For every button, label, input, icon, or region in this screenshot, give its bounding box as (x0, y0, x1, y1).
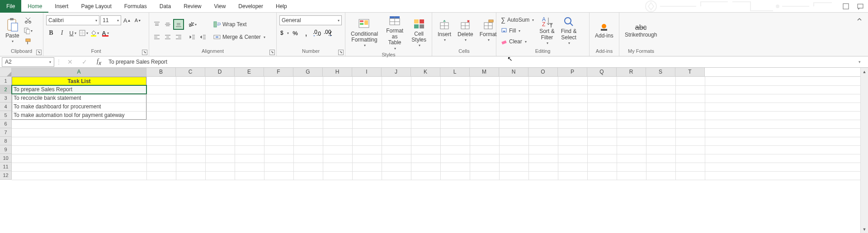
font-color-button[interactable]: A▾ (100, 28, 110, 38)
column-header-F[interactable]: F (264, 68, 293, 76)
font-name-selector[interactable]: Calibri▾ (46, 15, 99, 25)
column-header-A[interactable]: A (12, 68, 146, 76)
cancel-formula-button[interactable]: ✕ (65, 57, 75, 67)
column-header-K[interactable]: K (411, 68, 440, 76)
row-header-12[interactable]: 12 (0, 171, 12, 180)
alignment-dialog-launcher[interactable]: ⬊ (269, 50, 275, 55)
strikethrough-button[interactable]: abcStrikethrough (622, 23, 660, 39)
number-dialog-launcher[interactable]: ⬊ (338, 50, 344, 55)
scroll-up-button[interactable]: ▲ (861, 68, 868, 75)
fill-color-button[interactable]: ▾ (90, 28, 99, 38)
row-header-6[interactable]: 6 (0, 120, 12, 128)
column-header-L[interactable]: L (440, 68, 470, 76)
align-center-button[interactable] (163, 32, 173, 42)
insert-function-button[interactable]: fx (94, 57, 104, 67)
percent-format-button[interactable]: % (290, 28, 300, 38)
column-header-N[interactable]: N (499, 68, 528, 76)
column-header-D[interactable]: D (205, 68, 235, 76)
align-bottom-button[interactable] (174, 19, 184, 29)
align-right-button[interactable] (174, 32, 184, 42)
tab-file[interactable]: File (0, 0, 21, 13)
format-painter-button[interactable] (23, 37, 33, 47)
underline-button[interactable]: U▾ (68, 28, 78, 38)
column-header-J[interactable]: J (382, 68, 411, 76)
comma-format-button[interactable]: , (301, 28, 311, 38)
increase-font-button[interactable]: A▲ (122, 15, 132, 25)
formula-input[interactable]: To prepare Sales Report (108, 59, 850, 65)
row-header-1[interactable]: 1 (0, 77, 12, 85)
clear-button[interactable]: Clear▾ (499, 37, 536, 47)
cell-A4[interactable]: To make dashboard for procurement (12, 103, 146, 111)
addins-button[interactable]: Add-ins (592, 21, 616, 40)
row-header-11[interactable]: 11 (0, 163, 12, 171)
tab-data[interactable]: Data (153, 0, 177, 13)
align-middle-button[interactable] (163, 19, 173, 29)
number-format-selector[interactable]: General▾ (279, 15, 342, 25)
accounting-format-button[interactable]: $▾ (279, 28, 289, 38)
column-header-O[interactable]: O (528, 68, 558, 76)
row-header-5[interactable]: 5 (0, 111, 12, 120)
tab-insert[interactable]: Insert (48, 0, 75, 13)
column-header-M[interactable]: M (470, 68, 499, 76)
column-header-S[interactable]: S (646, 68, 675, 76)
decrease-decimal-button[interactable]: .00.0 (323, 28, 333, 38)
conditional-formatting-button[interactable]: Conditional Formatting▾ (348, 17, 381, 49)
decrease-indent-button[interactable] (187, 32, 197, 42)
cell-A5[interactable]: To make automation tool for payment gate… (12, 111, 146, 120)
increase-decimal-button[interactable]: .0.00 (312, 28, 322, 38)
column-header-G[interactable]: G (293, 68, 323, 76)
clipboard-dialog-launcher[interactable]: ⬊ (36, 50, 42, 55)
tab-page-layout[interactable]: Page Layout (75, 0, 118, 13)
decrease-font-button[interactable]: A▼ (133, 15, 143, 25)
row-header-7[interactable]: 7 (0, 128, 12, 137)
column-header-Q[interactable]: Q (587, 68, 617, 76)
column-header-C[interactable]: C (176, 68, 205, 76)
align-left-button[interactable] (152, 32, 162, 42)
align-top-button[interactable] (152, 19, 162, 29)
tab-developer[interactable]: Developer (232, 0, 269, 13)
autosum-button[interactable]: ∑AutoSum▾ (499, 15, 536, 25)
cell-A2[interactable]: To prepare Sales Report (12, 85, 146, 94)
column-header-B[interactable]: B (146, 68, 176, 76)
column-header-T[interactable]: T (675, 68, 705, 76)
tab-view[interactable]: View (208, 0, 232, 13)
cell-A3[interactable]: To reconcile bank statement (12, 94, 146, 103)
cut-button[interactable] (23, 15, 33, 25)
column-header-P[interactable]: P (558, 68, 587, 76)
paste-button[interactable]: Paste ▾ (3, 17, 22, 45)
name-box[interactable]: A2▾ (2, 57, 54, 67)
row-header-10[interactable]: 10 (0, 154, 12, 163)
ribbon-display-icon[interactable] (841, 1, 851, 11)
column-header-R[interactable]: R (617, 68, 646, 76)
enter-formula-button[interactable]: ✓ (80, 57, 90, 67)
tab-home[interactable]: Home (21, 0, 48, 13)
italic-button[interactable]: I (57, 28, 67, 38)
tab-formulas[interactable]: Formulas (118, 0, 153, 13)
tab-review[interactable]: Review (177, 0, 208, 13)
select-all-corner[interactable] (0, 68, 12, 76)
increase-indent-button[interactable] (198, 32, 208, 42)
row-header-8[interactable]: 8 (0, 137, 12, 145)
column-header-E[interactable]: E (235, 68, 264, 76)
insert-cells-button[interactable]: Insert▾ (435, 18, 454, 43)
column-header-H[interactable]: H (323, 68, 352, 76)
orientation-button[interactable]: ab▾ (187, 19, 197, 29)
font-size-selector[interactable]: 11▾ (100, 15, 121, 25)
row-header-2[interactable]: 2 (0, 85, 12, 94)
bold-button[interactable]: B (46, 28, 56, 38)
merge-center-button[interactable]: Merge & Center▾ (212, 32, 267, 42)
tab-help[interactable]: Help (269, 0, 293, 13)
vertical-scrollbar[interactable]: ▲ ▼ (860, 68, 868, 233)
wrap-text-button[interactable]: Wrap Text (212, 19, 267, 29)
fill-button[interactable]: Fill▾ (499, 26, 536, 36)
comments-icon[interactable] (855, 1, 865, 11)
sort-filter-button[interactable]: AZSort & Filter▾ (537, 15, 557, 46)
find-select-button[interactable]: Find & Select▾ (558, 15, 580, 46)
row-header-3[interactable]: 3 (0, 94, 12, 103)
delete-cells-button[interactable]: Delete▾ (455, 18, 476, 43)
row-header-4[interactable]: 4 (0, 103, 12, 111)
format-as-table-button[interactable]: Format as Table▾ (382, 14, 408, 51)
cell-styles-button[interactable]: Cell Styles▾ (409, 17, 429, 49)
column-header-I[interactable]: I (352, 68, 382, 76)
font-dialog-launcher[interactable]: ⬊ (142, 50, 147, 55)
